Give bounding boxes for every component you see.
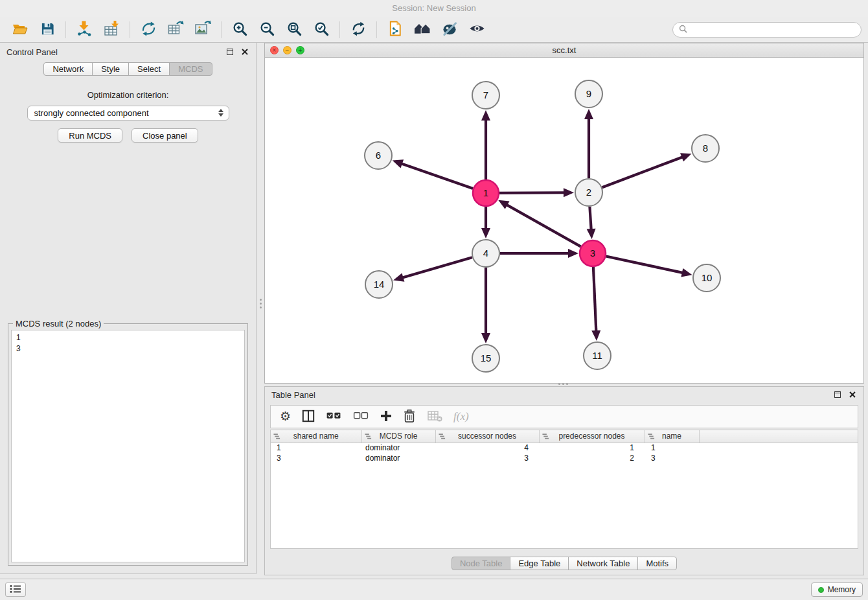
float-panel-button[interactable] <box>225 47 234 56</box>
run-mcds-button[interactable]: Run MCDS <box>58 128 122 143</box>
table-options-button[interactable]: ⚙ <box>280 408 291 426</box>
mcds-result-title: MCDS result (2 nodes) <box>13 319 104 329</box>
network-view-window: × − + scc.txt 1234678910111415 <box>264 43 864 384</box>
status-bar: Memory <box>0 579 868 600</box>
export-image-button[interactable] <box>189 19 216 41</box>
graph-edge-3-10[interactable] <box>606 256 692 277</box>
memory-button[interactable]: Memory <box>811 583 863 597</box>
save-session-button[interactable] <box>34 19 61 41</box>
graph-node-7[interactable]: 7 <box>472 82 499 109</box>
graph-node-label: 9 <box>586 88 591 99</box>
node-table-container: shared nameMCDS rolesuccessor nodesprede… <box>270 430 858 549</box>
table-tab-motifs[interactable]: Motifs <box>637 557 677 570</box>
close-icon <box>849 390 856 400</box>
graph-node-1[interactable]: 1 <box>473 180 499 206</box>
save-floppy-icon <box>40 21 55 38</box>
graph-node-2[interactable]: 2 <box>575 179 602 206</box>
window-maximize-icon[interactable]: + <box>296 46 304 54</box>
column-header-shared-name[interactable]: shared name <box>271 430 361 443</box>
memory-status-icon <box>818 587 824 593</box>
graph-edge-3-1[interactable] <box>498 200 581 247</box>
graphics-details-button[interactable] <box>436 19 463 41</box>
cell-filler <box>699 443 858 453</box>
vertical-splitter[interactable] <box>258 297 262 314</box>
column-header-predecessor-nodes[interactable]: predecessor nodes <box>539 430 645 443</box>
show-columns-button[interactable] <box>302 408 315 426</box>
zoom-out-icon <box>259 21 275 39</box>
graph-node-15[interactable]: 15 <box>472 345 499 372</box>
graph-edge-4-15[interactable] <box>481 268 490 343</box>
graph-node-4[interactable]: 4 <box>472 240 499 267</box>
open-in-browser-button[interactable] <box>382 19 409 41</box>
function-builder-button[interactable]: f(x) <box>453 408 469 426</box>
table-tab-node-table[interactable]: Node Table <box>451 557 511 570</box>
cell-predecessor-nodes: 2 <box>539 453 645 463</box>
zoom-selected-button[interactable] <box>308 19 335 41</box>
tab-select[interactable]: Select <box>128 62 170 76</box>
zoom-fit-button[interactable] <box>280 19 308 41</box>
close-panel-button[interactable] <box>240 47 249 56</box>
column-header-name[interactable]: name <box>645 430 699 443</box>
graph-node-14[interactable]: 14 <box>365 271 393 298</box>
list-icon <box>10 584 21 595</box>
table-row[interactable]: 3dominator323 <box>271 453 858 463</box>
graph-edge-4-14[interactable] <box>393 257 472 282</box>
graph-node-11[interactable]: 11 <box>584 342 611 369</box>
export-network-button[interactable] <box>135 19 162 41</box>
column-header-MCDS-role[interactable]: MCDS role <box>361 430 435 443</box>
document-network-icon <box>387 20 404 39</box>
graph-edge-1-6[interactable] <box>393 159 473 189</box>
refresh-icon <box>350 21 367 39</box>
tab-mcds[interactable]: MCDS <box>169 62 212 76</box>
graph-edge-1-2[interactable] <box>499 188 574 197</box>
network-canvas[interactable]: 1234678910111415 <box>265 58 863 383</box>
graph-edge-2-8[interactable] <box>602 153 692 187</box>
task-history-button[interactable] <box>5 583 26 597</box>
tab-style[interactable]: Style <box>92 62 129 76</box>
window-minimize-icon[interactable]: − <box>283 46 291 54</box>
graph-edge-3-11[interactable] <box>591 267 600 341</box>
close-table-panel-button[interactable] <box>848 390 857 399</box>
graph-edge-2-3[interactable] <box>587 207 596 239</box>
search-input[interactable] <box>691 25 855 34</box>
search-box[interactable] <box>672 22 862 38</box>
graph-node-10[interactable]: 10 <box>693 264 720 292</box>
table-tab-edge-table[interactable]: Edge Table <box>510 557 569 570</box>
control-panel: Control Panel NetworkStyleSelectMCDS Opt… <box>0 43 257 574</box>
graph-edge-2-9[interactable] <box>584 109 593 178</box>
graph-node-8[interactable]: 8 <box>692 135 719 162</box>
table-tab-network-table[interactable]: Network Table <box>568 557 638 570</box>
delete-columns-button[interactable] <box>403 408 416 426</box>
close-panel-action-button[interactable]: Close panel <box>131 128 198 143</box>
graph-edge-1-7[interactable] <box>481 110 490 179</box>
delete-table-button[interactable] <box>427 408 442 426</box>
graph-node-9[interactable]: 9 <box>575 80 602 108</box>
import-table-button[interactable] <box>98 19 125 41</box>
column-header-successor-nodes[interactable]: successor nodes <box>435 430 539 443</box>
open-session-button[interactable] <box>6 19 34 41</box>
create-column-button[interactable] <box>380 408 392 426</box>
deselect-all-button[interactable] <box>353 408 369 426</box>
window-close-icon[interactable]: × <box>270 46 279 54</box>
show-hide-button[interactable] <box>463 19 490 41</box>
zoom-in-button[interactable] <box>226 19 253 41</box>
mcds-result-area[interactable]: 1 3 <box>11 330 245 562</box>
delete-table-icon <box>427 410 442 424</box>
table-row[interactable]: 1dominator411 <box>271 443 858 453</box>
graph-node-3[interactable]: 3 <box>580 240 606 266</box>
home-button[interactable] <box>409 19 436 41</box>
graph-node-6[interactable]: 6 <box>365 142 392 169</box>
graph-edge-4-3[interactable] <box>500 249 578 258</box>
network-graph[interactable]: 1234678910111415 <box>265 58 863 383</box>
criterion-dropdown[interactable]: strongly connected component <box>27 106 229 121</box>
refresh-network-button[interactable] <box>345 19 372 41</box>
optimization-criterion-label: Optimization criterion: <box>0 90 256 100</box>
import-network-button[interactable] <box>71 19 98 41</box>
select-all-button[interactable] <box>326 408 342 426</box>
graph-edge-1-4[interactable] <box>481 207 490 238</box>
node-table: shared nameMCDS rolesuccessor nodesprede… <box>271 430 858 463</box>
float-table-panel-button[interactable] <box>833 390 842 399</box>
zoom-out-button[interactable] <box>253 19 280 41</box>
export-table-button[interactable] <box>162 19 189 41</box>
tab-network[interactable]: Network <box>43 62 93 76</box>
